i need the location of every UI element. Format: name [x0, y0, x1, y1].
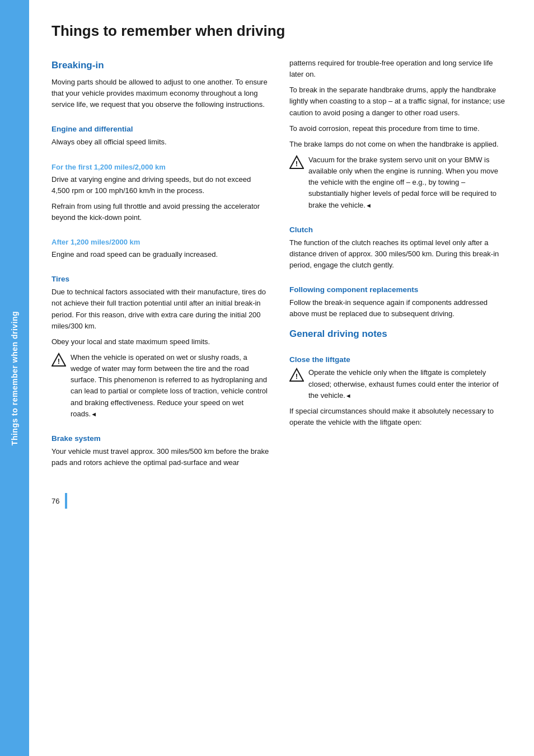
sidebar: Things to remember when driving [0, 0, 29, 756]
warning-icon-liftgate: ! [289, 368, 304, 382]
heading-clutch: Clutch [289, 226, 507, 234]
brake-cont-para4: The brake lamps do not come on when the … [289, 139, 507, 150]
heading-first-1200: For the first 1,200 miles/2,000 km [51, 163, 269, 171]
section-breaking-in: Breaking-in Moving parts should be allow… [51, 58, 269, 115]
liftgate-warning-text: Operate the vehicle only when the liftga… [308, 367, 507, 401]
breaking-in-intro: Moving parts should be allowed to adjust… [51, 77, 269, 110]
brake-cont-para2: To break in the separate handbrake drums… [289, 84, 507, 118]
heading-after-1200: After 1,200 miles/2000 km [51, 238, 269, 246]
warning-icon-brake: ! [289, 155, 304, 170]
page-title: Things to remember when driving [51, 22, 507, 42]
tires-warning-box: ! When the vehicle is operated on wet or… [51, 352, 269, 420]
tires-warning-text: When the vehicle is operated on wet or s… [71, 352, 269, 420]
two-column-layout: Breaking-in Moving parts should be allow… [51, 58, 507, 734]
page-number: 76 [51, 497, 59, 505]
tires-para2: Obey your local and state maximum speed … [51, 336, 269, 348]
svg-text:!: ! [296, 372, 298, 381]
heading-engine-differential: Engine and differential [51, 125, 269, 133]
section-following-component: Following component replacements Follow … [289, 278, 507, 324]
brake-cont-para1: patterns required for trouble-free opera… [289, 58, 507, 80]
section-close-liftgate: Close the liftgate ! Operate the vehicle… [289, 348, 507, 433]
page-container: Things to remember when driving Things t… [0, 0, 534, 756]
right-column: patterns required for trouble-free opera… [289, 58, 507, 734]
tires-para1: Due to technical factors associated with… [51, 287, 269, 332]
svg-text:!: ! [296, 159, 298, 168]
section-after-1200: After 1,200 miles/2000 km Engine and roa… [51, 230, 269, 265]
clutch-text: The function of the clutch reaches its o… [289, 237, 507, 271]
after-1200-text: Engine and road speed can be gradually i… [51, 249, 269, 260]
engine-differential-text: Always obey all official speed limits. [51, 137, 269, 148]
following-component-text: Follow the break-in sequence again if co… [289, 297, 507, 320]
section-brake-system: Brake system Your vehicle must travel ap… [51, 426, 269, 473]
brake-system-text: Your vehicle must travel approx. 300 mil… [51, 446, 269, 468]
heading-close-liftgate: Close the liftgate [289, 355, 507, 364]
section-first-1200: For the first 1,200 miles/2,000 km Drive… [51, 155, 269, 228]
heading-following-component: Following component replacements [289, 285, 507, 294]
heading-tires: Tires [51, 275, 269, 283]
heading-general-driving: General driving notes [289, 328, 507, 340]
page-bar [65, 493, 67, 509]
heading-breaking-in: Breaking-in [51, 60, 269, 71]
first-1200-para2: Refrain from using full throttle and avo… [51, 201, 269, 223]
liftgate-warning-box: ! Operate the vehicle only when the lift… [289, 367, 507, 401]
section-brake-system-cont: patterns required for trouble-free opera… [289, 58, 507, 215]
liftgate-text: If special circumstances should make it … [289, 406, 507, 428]
warning-icon-tires: ! [51, 353, 66, 367]
page-footer: 76 [51, 493, 269, 509]
section-clutch: Clutch The function of the clutch reache… [289, 218, 507, 275]
brake-warning-box: ! Vacuum for the brake system servo unit… [289, 154, 507, 211]
section-tires: Tires Due to technical factors associate… [51, 267, 269, 424]
brake-cont-para3: To avoid corrosion, repeat this procedur… [289, 123, 507, 134]
first-1200-para1: Drive at varying engine and driving spee… [51, 174, 269, 196]
svg-text:!: ! [58, 357, 60, 365]
section-engine-differential: Engine and differential Always obey all … [51, 117, 269, 152]
sidebar-label: Things to remember when driving [10, 311, 19, 445]
left-column: Breaking-in Moving parts should be allow… [51, 58, 269, 734]
section-general-driving: General driving notes [289, 326, 507, 345]
heading-brake-system: Brake system [51, 434, 269, 443]
main-content: Things to remember when driving Breaking… [29, 0, 534, 756]
brake-warning-text: Vacuum for the brake system servo unit o… [308, 154, 507, 211]
